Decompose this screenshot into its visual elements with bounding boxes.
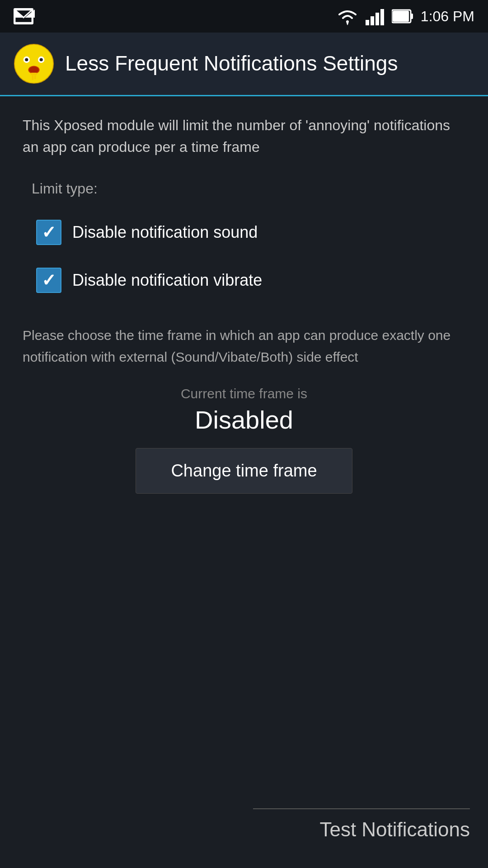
footer: Test Notifications [0, 809, 488, 868]
limit-type-section: Limit type: ✓ Disable notification sound… [23, 180, 465, 302]
current-time-frame-label: Current time frame is [181, 386, 307, 401]
svg-rect-22 [32, 75, 34, 80]
time-frame-description: Please choose the time frame in which an… [23, 325, 465, 368]
status-bar: 1:06 PM [0, 0, 488, 33]
status-bar-left [14, 8, 33, 24]
disable-sound-row: ✓ Disable notification sound [23, 211, 465, 254]
svg-point-17 [25, 58, 28, 61]
signal-icon [366, 7, 385, 25]
battery-icon [392, 8, 413, 24]
current-time-frame-value: Disabled [195, 405, 293, 434]
footer-divider [253, 808, 470, 809]
svg-point-5 [346, 20, 349, 23]
change-time-frame-button[interactable]: Change time frame [136, 448, 352, 494]
checkmark-icon-2: ✓ [42, 272, 56, 289]
svg-rect-11 [393, 11, 409, 22]
disable-sound-label: Disable notification sound [72, 223, 258, 242]
description-text: This Xposed module will limit the number… [23, 114, 465, 158]
svg-rect-23 [34, 75, 36, 79]
disable-vibrate-label: Disable notification vibrate [72, 271, 262, 290]
status-bar-right: 1:06 PM [337, 7, 474, 25]
app-logo [14, 43, 54, 84]
disable-sound-checkbox[interactable]: ✓ [36, 220, 61, 245]
app-header: Less Frequent Notifications Settings [0, 33, 488, 96]
current-time-frame-section: Current time frame is Disabled Change ti… [23, 386, 465, 494]
status-time: 1:06 PM [421, 8, 474, 25]
disable-vibrate-row: ✓ Disable notification vibrate [23, 259, 465, 302]
checkmark-icon: ✓ [42, 224, 56, 241]
svg-point-20 [29, 66, 39, 73]
svg-rect-0 [15, 10, 32, 23]
email-icon [14, 8, 33, 24]
svg-rect-8 [375, 13, 379, 25]
svg-rect-7 [371, 16, 374, 25]
wifi-icon [337, 7, 358, 25]
svg-rect-12 [411, 14, 413, 19]
limit-type-label: Limit type: [23, 180, 465, 197]
svg-point-18 [40, 58, 43, 61]
test-notifications-button[interactable]: Test Notifications [319, 809, 470, 850]
app-title: Less Frequent Notifications Settings [65, 51, 398, 76]
disable-vibrate-checkbox[interactable]: ✓ [36, 268, 61, 293]
main-content: This Xposed module will limit the number… [0, 96, 488, 525]
svg-rect-21 [31, 73, 37, 75]
svg-rect-9 [380, 9, 384, 25]
svg-rect-6 [366, 20, 369, 25]
